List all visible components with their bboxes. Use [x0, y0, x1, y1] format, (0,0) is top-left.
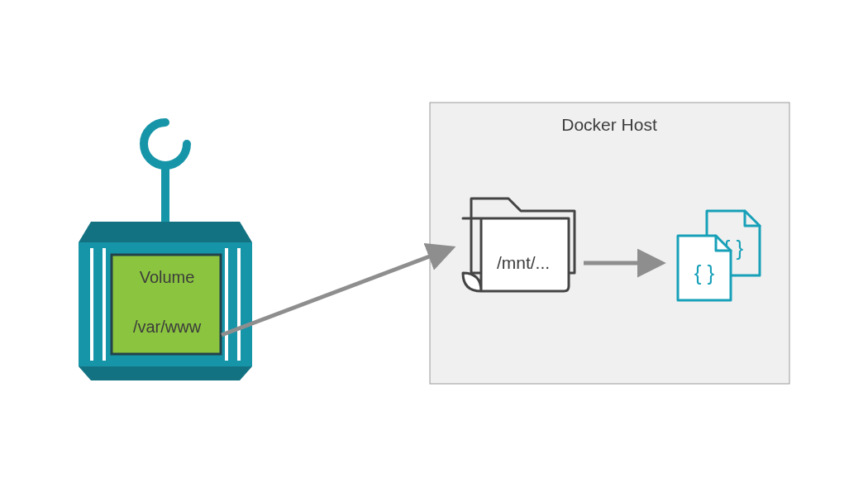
volume-label: Volume [140, 268, 195, 286]
svg-marker-5 [79, 366, 252, 380]
svg-text:{ }: { } [694, 261, 715, 285]
volume-path-label: /var/www [133, 318, 202, 336]
docker-host-title: Docker Host [561, 115, 657, 134]
svg-marker-3 [79, 222, 252, 242]
folder-label: /mnt/... [497, 253, 550, 272]
diagram-canvas: Docker Host /mnt/... { } { } [0, 0, 868, 488]
code-file-front-icon: { } [678, 236, 731, 300]
container-icon [79, 122, 252, 380]
arrow-volume-to-folder [222, 248, 451, 335]
